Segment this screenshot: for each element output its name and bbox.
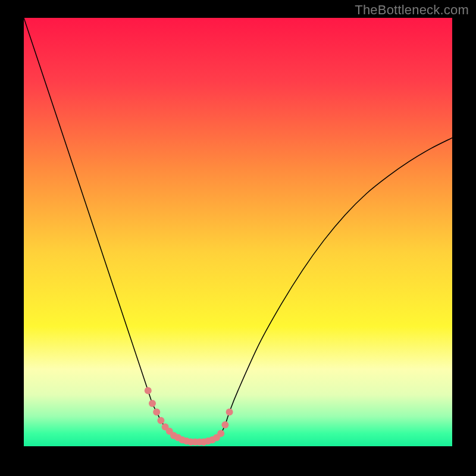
series-curve-right [203, 138, 452, 442]
marker-point [153, 408, 160, 415]
chart-container: TheBottleneck.com [0, 0, 476, 476]
series-curve-left [24, 18, 203, 442]
marker-point [149, 400, 156, 407]
curve-layer [24, 18, 452, 446]
watermark-text: TheBottleneck.com [355, 2, 469, 18]
plot-area [24, 18, 452, 446]
marker-point [145, 387, 152, 394]
marker-point [226, 408, 233, 415]
marker-point [221, 421, 228, 428]
marker-point [217, 430, 224, 437]
marker-point [157, 417, 164, 424]
